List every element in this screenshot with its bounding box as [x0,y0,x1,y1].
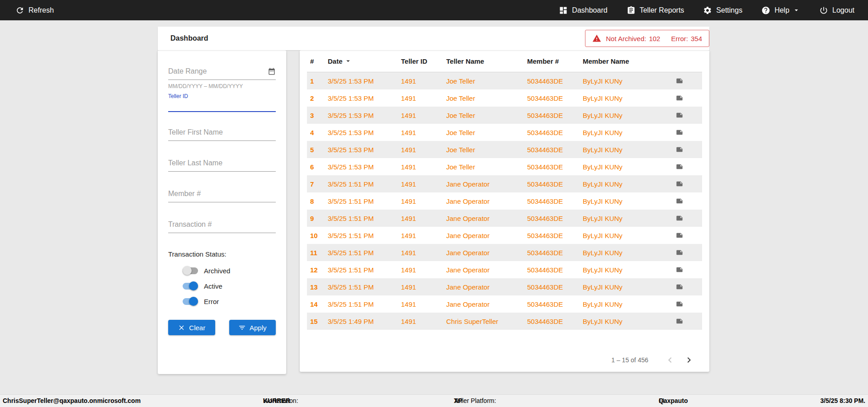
table-row[interactable]: 1 3/5/25 1:53 PM 1491 Joe Teller 5034463… [307,72,702,89]
prev-page-button[interactable] [665,355,675,365]
nav-teller-reports[interactable]: Teller Reports [627,6,684,15]
toggle-thumb [183,266,192,275]
cell-teller-name: Chris SuperTeller [446,318,527,325]
transaction-number-input[interactable] [168,220,276,233]
toggle-switch[interactable] [183,298,198,305]
cell-teller-id: 1491 [401,146,446,154]
nav-settings[interactable]: Settings [703,6,742,15]
toggle-switch[interactable] [183,267,198,274]
table-row[interactable]: 6 3/5/25 1:53 PM 1491 Joe Teller 5034463… [307,158,702,175]
table-header-row: # Date Teller ID Teller Name Member # Me… [307,50,702,72]
nav-settings-label: Settings [716,6,742,14]
cell-teller-id: 1491 [401,249,446,257]
date-range-input[interactable] [168,67,268,75]
page-background: Dashboard Not Archived: 102 Error: 354 [0,20,868,394]
table-row[interactable]: 11 3/5/25 1:51 PM 1491 Jane Operator 503… [307,244,702,261]
refresh-label: Refresh [28,6,54,14]
chevron-right-icon [684,355,694,365]
refresh-button[interactable]: Refresh [15,6,54,15]
note-icon[interactable] [676,94,683,102]
column-header-number[interactable]: # [310,57,328,65]
help-icon [761,6,770,15]
archive-error-alert: Not Archived: 102 Error: 354 [585,30,709,47]
column-header-member-name[interactable]: Member Name [583,57,676,65]
note-icon[interactable] [676,112,683,119]
teller-last-name-input[interactable] [168,159,276,172]
cell-note [676,232,699,239]
note-icon[interactable] [676,163,683,170]
cell-note [676,300,699,308]
cell-row-number: 1 [310,77,328,85]
table-body: 1 3/5/25 1:53 PM 1491 Joe Teller 5034463… [310,72,699,330]
platform-label: Teller Platform: [454,395,496,407]
cell-teller-name: Joe Teller [446,129,527,136]
teller-first-name-input[interactable] [168,128,276,141]
not-archived-count: 102 [649,35,660,42]
cell-member-number: 5034463DE [527,146,583,154]
table-row[interactable]: 3 3/5/25 1:53 PM 1491 Joe Teller 5034463… [307,107,702,124]
toggle-archived[interactable]: Archived [183,266,276,275]
member-number-field [168,190,276,202]
note-icon[interactable] [676,146,683,153]
nav-help[interactable]: Help [761,6,800,15]
toggle-error[interactable]: Error [183,297,276,306]
nav-dashboard[interactable]: Dashboard [559,6,607,15]
toggle-label: Archived [204,267,230,275]
clear-button-label: Clear [189,324,205,332]
apply-button[interactable]: Apply [229,320,276,335]
table-row[interactable]: 2 3/5/25 1:53 PM 1491 Joe Teller 5034463… [307,89,702,107]
note-icon[interactable] [676,197,683,205]
member-number-input[interactable] [168,190,276,202]
calendar-icon[interactable] [268,67,276,75]
next-page-button[interactable] [684,355,694,365]
toggle-list: Archived Active Error [168,266,276,306]
cell-note [676,249,699,256]
column-header-date[interactable]: Date [328,57,401,65]
note-icon[interactable] [676,266,683,273]
teller-id-input[interactable] [168,99,276,112]
table-row[interactable]: 13 3/5/25 1:51 PM 1491 Jane Operator 503… [307,278,702,295]
note-icon[interactable] [676,77,683,84]
cell-member-name: ByLyJI KUNy [583,232,676,239]
nav-logout[interactable]: Logout [819,6,854,15]
note-icon[interactable] [676,180,683,187]
table-row[interactable]: 15 3/5/25 1:49 PM 1491 Chris SuperTeller… [307,313,702,330]
table-row[interactable]: 9 3/5/25 1:51 PM 1491 Jane Operator 5034… [307,210,702,227]
power-icon [819,6,828,15]
table-row[interactable]: 7 3/5/25 1:51 PM 1491 Jane Operator 5034… [307,175,702,192]
cell-member-name: ByLyJI KUNy [583,266,676,274]
logged-in-user: ChrisSuperTeller@qaxpauto.onmicrosoft.co… [3,395,141,407]
table-row[interactable]: 5 3/5/25 1:53 PM 1491 Joe Teller 5034463… [307,141,702,158]
note-icon[interactable] [676,129,683,136]
cell-teller-id: 1491 [401,215,446,222]
table-row[interactable]: 12 3/5/25 1:51 PM 1491 Jane Operator 503… [307,261,702,278]
note-icon[interactable] [676,300,683,308]
note-icon[interactable] [676,249,683,256]
toggle-switch[interactable] [183,283,198,290]
cell-note [676,283,699,290]
note-icon[interactable] [676,318,683,325]
topbar-nav: Dashboard Teller Reports Settings Help L… [559,6,854,15]
cell-member-number: 5034463DE [527,232,583,239]
status-bar: ChrisSuperTeller@qaxpauto.onmicrosoft.co… [0,394,868,407]
toggle-active[interactable]: Active [183,281,276,290]
column-header-member-num[interactable]: Member # [527,57,583,65]
dashboard-grid-icon [559,6,568,15]
cell-teller-name: Joe Teller [446,146,527,154]
table-row[interactable]: 10 3/5/25 1:51 PM 1491 Jane Operator 503… [307,227,702,244]
note-icon[interactable] [676,232,683,239]
cell-member-number: 5034463DE [527,94,583,102]
cell-row-number: 4 [310,129,328,136]
clear-button[interactable]: Clear [168,320,215,335]
table-row[interactable]: 14 3/5/25 1:51 PM 1491 Jane Operator 503… [307,295,702,313]
nav-dashboard-label: Dashboard [572,6,607,14]
table-row[interactable]: 4 3/5/25 1:53 PM 1491 Joe Teller 5034463… [307,124,702,141]
note-icon[interactable] [676,215,683,222]
table-row[interactable]: 8 3/5/25 1:51 PM 1491 Jane Operator 5034… [307,192,702,210]
note-icon[interactable] [676,283,683,290]
cell-row-number: 11 [310,249,328,257]
cell-note [676,77,699,84]
cell-date: 3/5/25 1:51 PM [328,249,401,257]
column-header-teller-id[interactable]: Teller ID [401,57,446,65]
column-header-teller-name[interactable]: Teller Name [446,57,527,65]
